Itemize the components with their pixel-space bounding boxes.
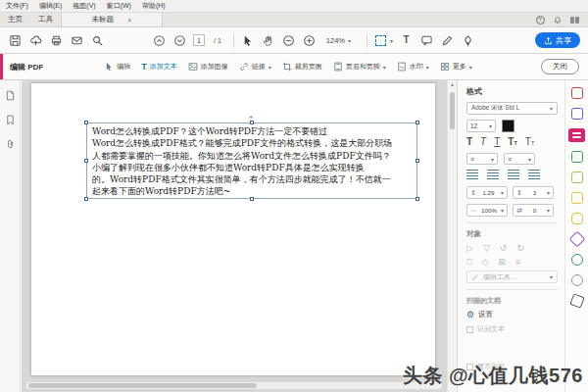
italic-button[interactable]: T [480, 137, 486, 147]
menu-help[interactable]: 帮助(H) [142, 1, 166, 11]
send-review-icon[interactable] [571, 254, 583, 266]
more-button[interactable]: 更多 ▾ [440, 62, 472, 72]
zoom-in-icon[interactable] [302, 33, 317, 48]
vertical-scrollbar[interactable]: ▲ [447, 80, 457, 392]
link-button[interactable]: 链接 ▾ [239, 62, 271, 72]
superscript-button[interactable]: TT [508, 137, 516, 147]
rotate-handle[interactable]: + [249, 114, 253, 121]
subscript-button[interactable]: TT [525, 137, 534, 147]
watermark-button[interactable]: 水印 ▾ [397, 62, 429, 72]
page-thumbnails-icon[interactable] [5, 90, 16, 101]
align-left-button[interactable] [466, 170, 478, 179]
tab-tools[interactable]: 工具 [30, 13, 61, 26]
create-form-icon[interactable] [571, 151, 583, 163]
edit-using-select[interactable]: 编辑工具... ▾ [466, 270, 558, 283]
document-canvas[interactable]: + Word怎么转换成PDF？这个Word转PDF方法一定不要错过 Word怎么… [22, 80, 447, 392]
font-family-select[interactable]: Adobe 宋体 Std L ▾ [466, 102, 558, 115]
pdf-page[interactable]: + Word怎么转换成PDF？这个Word转PDF方法一定不要错过 Word怎么… [31, 83, 435, 375]
resize-handle[interactable] [84, 121, 88, 124]
recognize-text-checkbox[interactable] [466, 326, 473, 333]
page-number-input[interactable]: 1 [193, 34, 205, 46]
resize-handle[interactable] [84, 197, 88, 201]
tab-home[interactable]: 主页 [0, 13, 30, 26]
select-tool-icon[interactable] [240, 33, 255, 48]
bullet-list-select[interactable]: ≡ ▾ [466, 153, 498, 165]
menu-view[interactable]: 视图(V) [73, 1, 95, 11]
align-objects-icon[interactable]: □ [466, 257, 471, 267]
close-panel-button[interactable]: 关闭 [541, 59, 579, 74]
create-pdf-icon[interactable] [571, 87, 583, 99]
align-justify-button[interactable] [528, 170, 540, 179]
menu-edit[interactable]: 编辑(E) [39, 1, 62, 11]
bookmarks-icon[interactable] [5, 115, 16, 125]
rotate-left-icon[interactable]: ↺ [500, 243, 508, 253]
font-color-swatch[interactable] [502, 120, 514, 132]
rotate-right-icon[interactable]: ↻ [516, 243, 524, 253]
comment-icon[interactable] [419, 33, 434, 48]
resize-handle[interactable] [416, 121, 419, 124]
bold-button[interactable]: T [466, 137, 472, 147]
protect-icon[interactable] [571, 274, 583, 286]
draw-pencil-icon[interactable] [440, 33, 455, 48]
tab-document[interactable]: 未标题 × [61, 13, 163, 26]
hand-tool-icon[interactable] [261, 33, 275, 48]
flip-horizontal-icon[interactable]: ▷ [466, 243, 473, 253]
header-footer-button[interactable]: 页眉和页脚 ▾ [333, 62, 386, 72]
edit-tool-button[interactable]: 编辑 [104, 62, 130, 72]
help-icon[interactable]: ? [536, 16, 545, 24]
align-center-button[interactable] [487, 170, 499, 179]
scrollbar-thumb[interactable] [450, 92, 455, 129]
add-image-button[interactable]: 添加图像 [188, 62, 228, 72]
combine-files-icon[interactable] [571, 192, 583, 204]
zoom-out-icon[interactable] [281, 33, 296, 48]
resize-handle[interactable] [250, 121, 254, 124]
paragraph-spacing-select[interactable]: ⇕ 3 ▾ [513, 186, 554, 199]
bell-icon[interactable] [553, 15, 563, 24]
add-text-button[interactable]: T 添加文本 [141, 62, 177, 72]
resize-handle[interactable] [250, 197, 254, 201]
underline-button[interactable]: T [494, 137, 500, 147]
line-spacing-select[interactable]: ⇕ 1.29 ▾ [466, 186, 508, 199]
fill-sign-icon[interactable] [461, 33, 475, 48]
horizontal-scrollbar[interactable] [26, 382, 442, 389]
selected-text-box[interactable]: + Word怎么转换成PDF？这个Word转PDF方法一定不要错过 Word怎么… [86, 122, 417, 199]
menu-window[interactable]: 窗口(W) [107, 1, 131, 11]
print-icon[interactable] [49, 33, 64, 48]
scan-settings-button[interactable]: ⚙ 设置 [466, 310, 558, 319]
edit-pdf-icon[interactable] [568, 128, 585, 142]
cloud-upload-icon[interactable] [28, 33, 43, 48]
share-button[interactable]: 共享 [535, 32, 580, 48]
more-tools-icon[interactable] [569, 293, 584, 308]
tab-close-icon[interactable]: × [127, 16, 132, 24]
tools-rail [564, 80, 588, 392]
save-icon[interactable] [8, 33, 23, 48]
search-icon[interactable] [90, 33, 105, 48]
apps-icon[interactable] [570, 17, 580, 24]
arrange-objects-icon[interactable]: ◇ [481, 257, 488, 267]
char-spacing-select[interactable]: ⇄ 0 ▾ [513, 204, 554, 217]
email-icon[interactable] [70, 33, 84, 48]
zoom-level-select[interactable]: 124% ▾ [322, 34, 355, 47]
text-markup-icon[interactable]: T [399, 33, 414, 48]
menu-file[interactable]: 文件(F) [6, 1, 28, 11]
previous-page-icon[interactable] [152, 33, 167, 48]
organize-pages-icon[interactable] [571, 172, 583, 183]
horizontal-scale-select[interactable]: ⇔ 100% ▾ [466, 204, 508, 217]
font-size-select[interactable]: 12 ▾ [466, 120, 496, 132]
replace-image-icon[interactable]: ≡ [515, 257, 520, 267]
crop-pages-button[interactable]: 裁剪页面 [282, 62, 322, 72]
crop-image-icon[interactable]: ⊞ [498, 257, 506, 267]
resize-handle[interactable] [416, 159, 419, 163]
resize-handle[interactable] [84, 159, 88, 163]
attachments-icon[interactable] [5, 139, 16, 150]
flip-vertical-icon[interactable]: ▽ [483, 243, 490, 253]
resize-handle[interactable] [416, 197, 419, 201]
fill-sign-tool-icon[interactable] [568, 231, 585, 248]
numbered-list-select[interactable]: ≡ ▾ [504, 153, 535, 165]
scroll-up-icon[interactable]: ▲ [448, 80, 457, 89]
export-pdf-icon[interactable] [571, 108, 583, 120]
selection-tools-icon[interactable] [373, 33, 388, 48]
align-right-button[interactable] [508, 170, 519, 179]
comment-tool-icon[interactable] [571, 213, 583, 224]
next-page-icon[interactable] [172, 33, 187, 48]
